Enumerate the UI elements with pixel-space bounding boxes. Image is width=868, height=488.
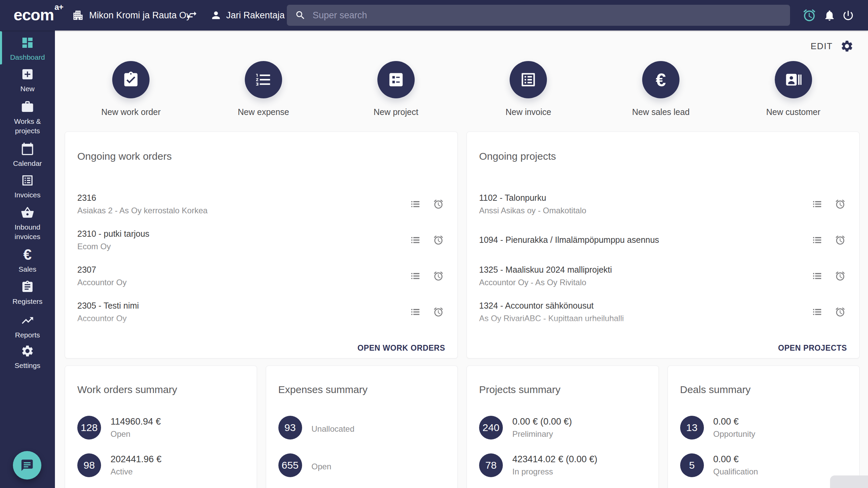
list-icon[interactable] (410, 199, 421, 210)
card-title: Expenses summary (278, 384, 446, 395)
summary-row[interactable]: 1202.02 € (0.00 €) (479, 484, 646, 488)
dashboard-settings-gear-icon[interactable] (840, 39, 854, 53)
new-sales-lead-button[interactable]: € New sales lead (595, 61, 727, 117)
euro-icon: € (21, 248, 34, 261)
alarm-clock-icon[interactable] (835, 199, 846, 210)
project-row[interactable]: 1094 - Pienurakka / Ilmalämpöpumppu asen… (479, 222, 847, 258)
summary-label: Open (111, 429, 161, 439)
swap-arrows-icon[interactable] (185, 9, 198, 22)
alarm-clock-icon[interactable] (835, 235, 846, 246)
quick-action-label: New expense (238, 107, 289, 117)
summary-row[interactable]: 13 0.00 € Opportunity (680, 409, 847, 447)
project-row[interactable]: 1324 - Accountor sähkönousut As Oy Rivar… (479, 294, 847, 330)
new-expense-button[interactable]: New expense (197, 61, 330, 117)
alarm-clock-icon[interactable] (802, 8, 816, 22)
count-badge: 93 (278, 416, 302, 440)
sidebar-item-invoices[interactable]: Invoices (0, 174, 55, 200)
sidebar-item-inbound-invoices[interactable]: Inbound invoices (0, 206, 55, 241)
summary-row[interactable]: 16 Clarification (278, 484, 446, 488)
search-input[interactable] (312, 10, 782, 21)
summary-row[interactable]: 655 Open (278, 447, 446, 484)
sidebar-item-sales[interactable]: € Sales (0, 248, 55, 274)
summary-label: Active (111, 467, 161, 476)
list-icon[interactable] (812, 199, 823, 210)
summary-cards-row: Work orders summary 128 114960.94 € Open… (65, 366, 860, 488)
edit-dashboard-button[interactable]: EDIT (811, 41, 833, 52)
summary-label: Unallocated (312, 424, 355, 434)
sidebar-item-dashboard[interactable]: Dashboard (0, 36, 55, 62)
summary-row[interactable]: 98 202441.96 € Active (77, 447, 244, 484)
ongoing-work-orders-card: Ongoing work orders 2316 Asiakas 2 - As … (65, 132, 458, 358)
clipboard-check-icon (112, 61, 150, 98)
list-icon[interactable] (812, 271, 823, 281)
summary-value: 0.00 € (713, 454, 758, 465)
summary-value: 0.00 € (713, 416, 755, 427)
notifications-bell-icon[interactable] (823, 9, 836, 22)
project-number: 1102 - Talonpurku (479, 193, 812, 203)
open-work-orders-link[interactable]: OPEN WORK ORDERS (357, 344, 445, 353)
chat-fab-button[interactable] (13, 451, 41, 480)
list-icon[interactable] (410, 307, 421, 317)
summary-row[interactable]: 93 Unallocated (278, 409, 446, 447)
summary-label: In progress (512, 467, 597, 476)
sidebar-item-reports[interactable]: Reports (0, 314, 55, 340)
project-row[interactable]: 1102 - Talonpurku Anssi Asikas oy - Omak… (479, 186, 847, 222)
new-work-order-button[interactable]: New work order (65, 61, 197, 117)
new-invoice-button[interactable]: New invoice (462, 61, 595, 117)
project-row[interactable]: 1176 - Talon työt (479, 330, 847, 338)
dashboard-toolbar: EDIT (811, 39, 854, 53)
alarm-clock-icon[interactable] (433, 271, 444, 281)
work-order-row[interactable]: 2307 Accountor Oy (77, 258, 445, 294)
sidebar-item-new[interactable]: New (0, 67, 55, 94)
summary-row[interactable]: 240 0.00 € (0.00 €) Preliminary (479, 409, 646, 447)
summary-row[interactable]: 78 423414.02 € (0.00 €) In progress (479, 447, 646, 484)
list-icon[interactable] (410, 235, 421, 246)
power-icon[interactable] (842, 9, 854, 22)
alarm-clock-icon[interactable] (433, 307, 444, 317)
sidebar-item-label: Invoices (14, 190, 40, 200)
summary-value: 202441.96 € (111, 454, 161, 465)
list-icon[interactable] (812, 307, 823, 317)
open-projects-link[interactable]: OPEN PROJECTS (778, 344, 847, 353)
sidebar-item-registers[interactable]: Registers (0, 280, 55, 306)
work-order-number: 2310 - putki tarjous (77, 229, 410, 239)
alarm-clock-icon[interactable] (835, 271, 846, 281)
summary-row[interactable]: 128 114960.94 € Open (77, 409, 244, 447)
list-icon[interactable] (410, 271, 421, 281)
work-order-number: 2316 (77, 193, 410, 203)
sidebar-item-settings[interactable]: Settings (0, 344, 55, 370)
new-customer-button[interactable]: New customer (727, 61, 860, 117)
expenses-summary-card: Expenses summary 93 Unallocated 655 Open… (266, 366, 458, 488)
sidebar-item-label: Dashboard (10, 53, 45, 62)
project-client: Accountor Oy - As Oy Rivitalo (479, 278, 812, 287)
summary-row[interactable]: 15000.00 € (680, 484, 847, 488)
ongoing-cards-row: Ongoing work orders 2316 Asiakas 2 - As … (65, 132, 860, 358)
new-project-button[interactable]: New project (330, 61, 462, 117)
alarm-clock-icon[interactable] (433, 235, 444, 246)
trending-up-icon (21, 314, 34, 327)
user-menu[interactable]: Jari Rakentaja (210, 0, 285, 31)
list-icon[interactable] (812, 235, 823, 246)
count-badge: 78 (479, 453, 503, 477)
sidebar-item-calendar[interactable]: Calendar (0, 142, 55, 168)
sidebar-item-works-projects[interactable]: Works & projects (0, 100, 55, 135)
alarm-clock-icon[interactable] (835, 307, 846, 317)
work-order-client: Ecom Oy (77, 242, 410, 251)
work-order-client: Asiakas 2 - As Oy kerrostalo Korkea (77, 206, 410, 215)
work-order-row[interactable]: 2310 - putki tarjous Ecom Oy (77, 222, 445, 258)
project-row[interactable]: 1325 - Maaliskuu 2024 malliprojekti Acco… (479, 258, 847, 294)
work-orders-summary-card: Work orders summary 128 114960.94 € Open… (65, 366, 257, 488)
work-order-row[interactable]: 2305 - Testi nimi Accountor Oy (77, 294, 445, 330)
user-name: Jari Rakentaja (226, 10, 285, 21)
alarm-clock-icon[interactable] (433, 199, 444, 210)
card-title: Work orders summary (77, 384, 244, 395)
search-bar[interactable] (287, 5, 790, 26)
summary-row[interactable]: 20966662.98 € (77, 484, 244, 488)
work-order-row[interactable]: 2289 - Katon korjaus (77, 330, 445, 338)
corner-widget[interactable] (830, 475, 868, 488)
summary-row[interactable]: 5 0.00 € Qualification (680, 447, 847, 484)
card-title: Ongoing projects (479, 151, 847, 162)
work-order-row[interactable]: 2316 Asiakas 2 - As Oy kerrostalo Korkea (77, 186, 445, 222)
company-selector[interactable]: Mikon Kromi ja Rauta Oy (72, 0, 191, 31)
app-logo[interactable]: ecoma+ (14, 5, 63, 24)
